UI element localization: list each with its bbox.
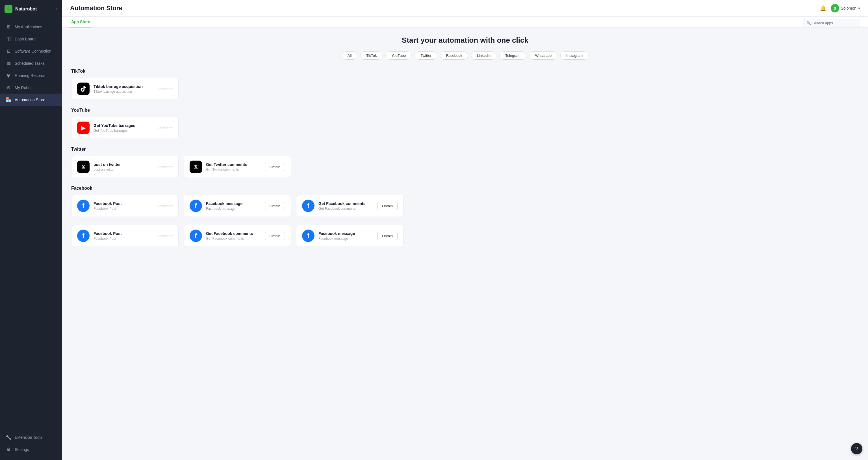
filter-linkedin[interactable]: Linkedin xyxy=(471,52,496,60)
sidebar-item-software-connection[interactable]: ⊡ Software Connection xyxy=(0,45,62,57)
app-sub: Get Facebook comments xyxy=(206,237,261,240)
content-area: Start your automation with one click All… xyxy=(62,28,868,460)
app-name: post on twitter xyxy=(94,162,154,167)
user-dropdown-icon: ▾ xyxy=(858,6,860,10)
section-headline: Start your automation with one click xyxy=(71,36,859,45)
obtain-button[interactable]: Obtain xyxy=(265,202,285,210)
list-item[interactable]: f Facebook message Facebook message Obta… xyxy=(296,225,403,247)
filter-youtube[interactable]: YouTube xyxy=(385,52,412,60)
sidebar-item-extension-tools[interactable]: 🔧 Extension Tools xyxy=(0,431,62,443)
app-info: Facebook message Facebook message xyxy=(206,201,261,211)
twitter-app-icon: 𝕏 xyxy=(77,161,90,173)
app-name: Get Facebook comments xyxy=(318,201,373,206)
tabs-bar: App Store xyxy=(62,17,868,28)
twitter-app-icon-2: 𝕏 xyxy=(190,161,202,173)
notification-button[interactable]: 🔔 xyxy=(820,5,826,11)
facebook-app-icon-4: f xyxy=(77,230,90,242)
app-name: Get Twitter comments xyxy=(206,162,261,167)
software-connection-icon: ⊡ xyxy=(6,48,11,54)
my-robot-icon: ⊙ xyxy=(6,85,11,90)
facebook-app-icon-6: f xyxy=(302,230,314,242)
list-item[interactable]: f Facebook message Facebook message Obta… xyxy=(184,195,291,217)
search-container: 🔍 xyxy=(804,19,860,27)
twitter-cards: 𝕏 post on twitter post on twitter Obtain… xyxy=(71,156,859,178)
running-records-icon: ◉ xyxy=(6,73,11,78)
list-item[interactable]: f Get Facebook comments Get Facebook com… xyxy=(184,225,291,247)
youtube-cards: ▶ Get YouTube barrages Get YouTube barra… xyxy=(71,117,859,139)
sidebar-item-running-records[interactable]: ◉ Running Records xyxy=(0,69,62,81)
list-item[interactable]: ▶ Get YouTube barrages Get YouTube barra… xyxy=(71,117,179,139)
app-sub: post on twitter xyxy=(94,168,154,172)
facebook-cards-row2: f Facebook Post Facebook Post Obtained f… xyxy=(71,225,859,247)
obtain-button[interactable]: Obtain xyxy=(377,232,398,240)
app-info: Facebook Post Facebook Post xyxy=(94,231,154,240)
category-youtube: YouTube xyxy=(71,108,859,113)
filter-tiktok[interactable]: TikTok xyxy=(360,52,382,60)
facebook-app-icon-5: f xyxy=(190,230,202,242)
category-tiktok: TikTok xyxy=(71,69,859,74)
sidebar-item-my-robot[interactable]: ⊙ My Robot xyxy=(0,81,62,93)
sidebar-collapse-button[interactable]: « xyxy=(55,7,58,11)
filter-whatsapp[interactable]: Whatsapp xyxy=(529,52,558,60)
sidebar-item-label: My Applications xyxy=(15,25,42,29)
page-title: Automation Store xyxy=(70,4,122,12)
search-input[interactable] xyxy=(804,19,860,27)
search-wrap: 🔍 xyxy=(804,19,860,27)
list-item[interactable]: f Get Facebook comments Get Facebook com… xyxy=(296,195,403,217)
card-status: Obtained xyxy=(158,165,173,169)
sidebar-item-label: Running Records xyxy=(15,73,45,78)
obtain-button[interactable]: Obtain xyxy=(265,163,285,171)
search-icon: 🔍 xyxy=(806,21,811,25)
tab-app-store[interactable]: App Store xyxy=(70,17,91,27)
facebook-app-icon-3: f xyxy=(302,200,314,212)
user-menu[interactable]: S Solomon ▾ xyxy=(831,4,860,12)
app-info: Get Twitter comments Get Twitter comment… xyxy=(206,162,261,172)
app-sub: Facebook message xyxy=(318,237,373,240)
filter-telegram[interactable]: Telegram xyxy=(499,52,526,60)
obtain-button[interactable]: Obtain xyxy=(265,232,285,240)
sidebar-item-label: Automation Store xyxy=(15,97,45,102)
sidebar-item-my-applications[interactable]: ⊞ My Applications xyxy=(0,21,62,33)
tiktok-app-icon xyxy=(77,83,90,95)
sidebar-item-label: Dash Board xyxy=(15,37,36,41)
help-button[interactable]: ? xyxy=(851,443,862,454)
tiktok-cards: Tiktok barrage acquisition Tiktok barrag… xyxy=(71,78,859,100)
list-item[interactable]: f Facebook Post Facebook Post Obtained xyxy=(71,225,179,247)
app-name: Get Facebook comments xyxy=(206,231,261,236)
filter-instagram[interactable]: Instagram xyxy=(560,52,589,60)
list-item[interactable]: f Facebook Post Facebook Post Obtained xyxy=(71,195,179,217)
card-status: Obtained xyxy=(158,87,173,91)
filter-all[interactable]: All xyxy=(342,52,358,60)
sidebar-item-scheduled-tasks[interactable]: ▦ Scheduled Tasks xyxy=(0,57,62,69)
sidebar-item-label: Scheduled Tasks xyxy=(15,61,44,65)
sidebar-item-label: Settings xyxy=(15,447,29,452)
card-status: Obtained xyxy=(158,234,173,238)
app-sub: Get Twitter comments xyxy=(206,168,261,172)
scheduled-tasks-icon: ▦ xyxy=(6,60,11,66)
sidebar-item-automation-store[interactable]: 🏪 Automation Store xyxy=(0,93,62,106)
obtain-button[interactable]: Obtain xyxy=(377,202,398,210)
app-name: Facebook message xyxy=(318,231,373,236)
app-info: Facebook Post Facebook Post xyxy=(94,201,154,211)
list-item[interactable]: 𝕏 post on twitter post on twitter Obtain… xyxy=(71,156,179,178)
app-sub: Facebook message xyxy=(206,207,261,211)
dashboard-icon: ◫ xyxy=(6,36,11,41)
filter-pills: All TikTok YouTube Twitter Facebook Link… xyxy=(71,52,859,60)
app-name: Naturobot xyxy=(15,6,37,11)
sidebar-item-settings[interactable]: ⚙ Settings xyxy=(0,443,62,456)
app-name: Facebook Post xyxy=(94,231,154,236)
category-twitter: Twitter xyxy=(71,147,859,152)
app-sub: Facebook Post xyxy=(94,237,154,240)
list-item[interactable]: 𝕏 Get Twitter comments Get Twitter comme… xyxy=(184,156,291,178)
app-info: Get Facebook comments Get Facebook comme… xyxy=(206,231,261,240)
card-status: Obtained xyxy=(158,204,173,208)
filter-facebook[interactable]: Facebook xyxy=(440,52,468,60)
app-sub: Get YouTube barrages xyxy=(94,128,154,133)
app-name: Facebook message xyxy=(206,201,261,206)
list-item[interactable]: Tiktok barrage acquisition Tiktok barrag… xyxy=(71,78,179,100)
app-info: Get YouTube barrages Get YouTube barrage… xyxy=(94,123,154,133)
facebook-app-icon: f xyxy=(77,200,90,212)
filter-twitter[interactable]: Twitter xyxy=(414,52,437,60)
sidebar-item-dashboard[interactable]: ◫ Dash Board xyxy=(0,33,62,45)
app-info: post on twitter post on twitter xyxy=(94,162,154,172)
